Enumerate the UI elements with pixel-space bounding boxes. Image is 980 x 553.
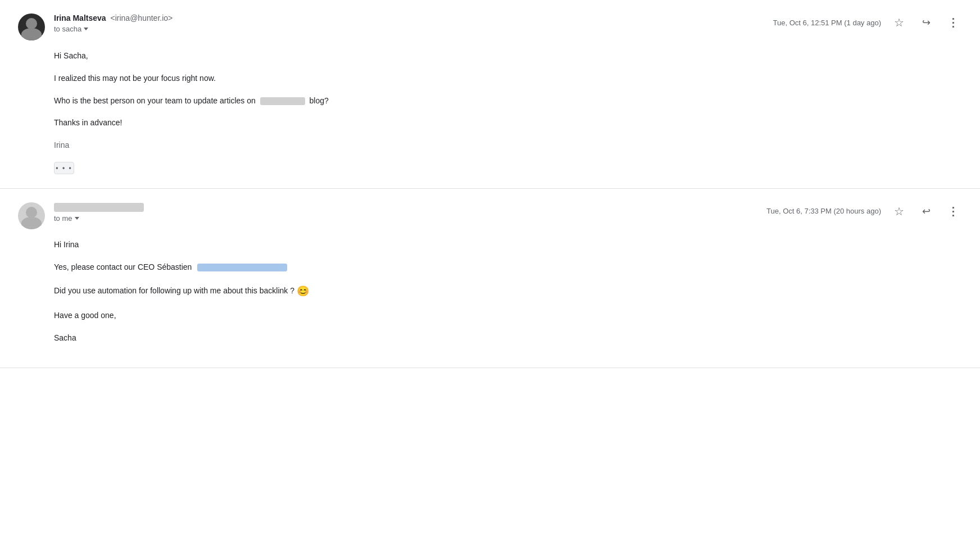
header-right-1: Tue, Oct 6, 12:51 PM (1 day ago) ☆ ↩ ⋮ — [773, 13, 962, 31]
avatar-2 — [18, 202, 45, 229]
more-button-1[interactable]: ⋮ — [944, 13, 962, 31]
sender-info-2: to me — [18, 202, 144, 229]
email-thread: Irina Maltseva <irina@hunter.io> to sach… — [0, 0, 980, 368]
more-button-2[interactable]: ⋮ — [944, 202, 962, 220]
sender-details-2: to me — [54, 202, 144, 223]
redacted-sender-name-2 — [54, 203, 144, 212]
sender-info-1: Irina Maltseva <irina@hunter.io> to sach… — [18, 13, 173, 40]
body-signature-1: Irina — [54, 139, 962, 152]
star-button-1[interactable]: ☆ — [890, 13, 908, 31]
star-button-2[interactable]: ☆ — [890, 202, 908, 220]
reply-button-2[interactable]: ↩ — [917, 202, 935, 220]
redacted-ceo-link — [197, 264, 287, 271]
timestamp-1: Tue, Oct 6, 12:51 PM (1 day ago) — [773, 19, 881, 27]
recipient-expand-icon-2[interactable] — [75, 217, 79, 220]
email-body-1: Hi Sacha, I realized this may not be you… — [54, 49, 962, 175]
recipient-text-1: to sacha — [54, 25, 81, 33]
recipient-line-2: to me — [54, 214, 144, 223]
email-message-2: to me Tue, Oct 6, 7:33 PM (20 hours ago)… — [0, 189, 980, 368]
body-line-4-2: Have a good one, — [54, 309, 962, 323]
timestamp-2: Tue, Oct 6, 7:33 PM (20 hours ago) — [766, 207, 881, 215]
body-greeting-2: Hi Irina — [54, 238, 962, 252]
header-right-2: Tue, Oct 6, 7:33 PM (20 hours ago) ☆ ↩ ⋮ — [766, 202, 962, 220]
body-line-3-1: Who is the best person on your team to u… — [54, 94, 962, 108]
sender-display-name-1: Irina Maltseva — [54, 13, 106, 22]
show-more-button-1[interactable]: • • • — [54, 162, 74, 174]
email-body-2: Hi Irina Yes, please contact our CEO Séb… — [54, 238, 962, 345]
smiling-emoji: 😊 — [297, 285, 309, 297]
recipient-expand-icon-1[interactable] — [84, 28, 88, 30]
body-line-2-1: I realized this may not be your focus ri… — [54, 72, 962, 85]
sender-details-1: Irina Maltseva <irina@hunter.io> to sach… — [54, 13, 173, 33]
avatar-1 — [18, 13, 45, 40]
email-header-1: Irina Maltseva <irina@hunter.io> to sach… — [18, 13, 962, 40]
email-header-2: to me Tue, Oct 6, 7:33 PM (20 hours ago)… — [18, 202, 962, 229]
sender-name-2 — [54, 202, 144, 212]
body-greeting-1: Hi Sacha, — [54, 49, 962, 63]
recipient-line-1: to sacha — [54, 25, 173, 33]
email-message-1: Irina Maltseva <irina@hunter.io> to sach… — [0, 0, 980, 189]
recipient-text-2: to me — [54, 214, 72, 223]
reply-button-1[interactable]: ↩ — [917, 13, 935, 31]
redacted-blog-name — [260, 97, 305, 105]
body-line-4-1: Thanks in advance! — [54, 116, 962, 130]
sender-email-1: <irina@hunter.io> — [111, 13, 173, 22]
body-signature-2: Sacha — [54, 332, 962, 345]
body-line-3-2: Did you use automation for following up … — [54, 283, 962, 300]
body-line-2-2: Yes, please contact our CEO Sébastien — [54, 261, 962, 274]
sender-name-1: Irina Maltseva <irina@hunter.io> — [54, 13, 173, 22]
